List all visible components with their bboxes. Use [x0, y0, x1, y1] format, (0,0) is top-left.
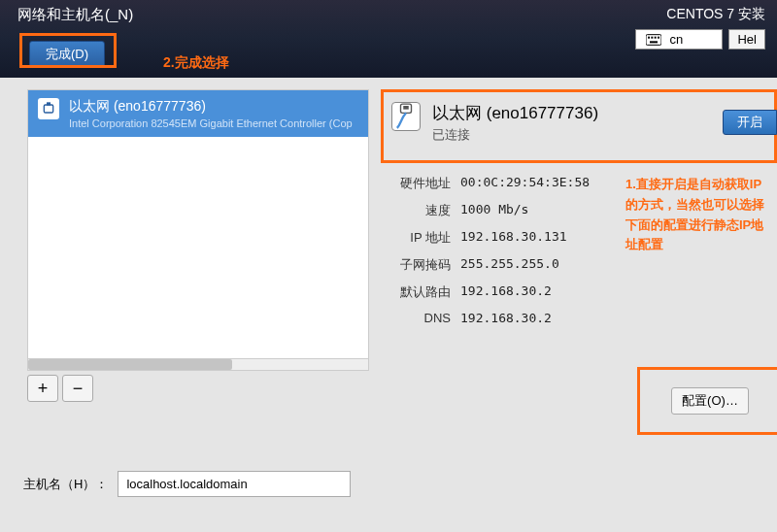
- mask-value: 255.255.255.0: [460, 256, 777, 274]
- keyboard-layout-indicator[interactable]: cn: [635, 29, 723, 50]
- nic-detail-column: 以太网 (eno16777736) 已连接 开启 硬件地址 00:0C:29:5…: [369, 78, 777, 427]
- connection-title: 以太网 (eno16777736): [432, 102, 766, 124]
- nic-list[interactable]: 以太网 (eno16777736) Intel Corporation 8254…: [27, 89, 369, 371]
- svg-rect-2: [652, 36, 654, 38]
- ethernet-plug-icon: [38, 98, 59, 119]
- svg-rect-1: [648, 36, 650, 38]
- svg-rect-5: [650, 41, 658, 43]
- svg-rect-6: [44, 105, 52, 113]
- svg-rect-9: [403, 106, 409, 110]
- configure-button[interactable]: 配置(O)…: [671, 387, 749, 415]
- hwaddr-label: 硬件地址: [381, 175, 451, 192]
- nic-list-column: 以太网 (eno16777736) Intel Corporation 8254…: [0, 78, 369, 427]
- gateway-value: 192.168.30.2: [460, 283, 777, 301]
- speed-label: 速度: [381, 202, 451, 219]
- svg-rect-0: [646, 34, 661, 45]
- done-button[interactable]: 完成(D): [29, 41, 105, 68]
- nic-description: Intel Corporation 82545EM Gigabit Ethern…: [69, 117, 358, 129]
- annotation-step1: 1.直接开启是自动获取IP的方式，当然也可以选择下面的配置进行静态IP地址配置: [625, 175, 771, 255]
- horizontal-scrollbar[interactable]: [28, 358, 368, 370]
- connection-status: 已连接: [432, 126, 766, 144]
- svg-rect-7: [47, 102, 51, 105]
- hostname-label: 主机名（H）：: [23, 476, 108, 493]
- svg-rect-4: [658, 36, 659, 38]
- ip-label: IP 地址: [381, 229, 451, 247]
- gateway-label: 默认路由: [381, 283, 451, 301]
- keyboard-icon: [646, 34, 661, 46]
- dns-label: DNS: [381, 311, 451, 325]
- connection-toggle-on[interactable]: 开启: [723, 110, 777, 135]
- mask-label: 子网掩码: [381, 256, 451, 274]
- add-nic-button[interactable]: +: [27, 375, 58, 402]
- svg-rect-3: [655, 36, 657, 38]
- annotation-step2: 2.完成选择: [163, 54, 229, 72]
- hostname-input[interactable]: [118, 471, 351, 497]
- remove-nic-button[interactable]: −: [62, 375, 93, 402]
- help-button[interactable]: Hel: [728, 29, 765, 50]
- ethernet-cable-icon: [391, 102, 421, 131]
- install-label: CENTOS 7 安装: [635, 6, 765, 23]
- hostname-row: 主机名（H）：: [23, 471, 351, 497]
- annotation-highlight-configure: 配置(O)…: [637, 367, 777, 435]
- dns-value: 192.168.30.2: [460, 311, 777, 325]
- keyboard-layout-text: cn: [669, 32, 683, 47]
- nic-name: 以太网 (eno16777736): [69, 98, 358, 116]
- header-bar: 网络和主机名(_N) CENTOS 7 安装 cn Hel 完成(D) 2.完成…: [0, 0, 777, 78]
- main-content: 以太网 (eno16777736) Intel Corporation 8254…: [0, 78, 777, 427]
- annotation-highlight-detail: 以太网 (eno16777736) 已连接 开启: [381, 89, 777, 163]
- nic-list-item[interactable]: 以太网 (eno16777736) Intel Corporation 8254…: [28, 90, 368, 137]
